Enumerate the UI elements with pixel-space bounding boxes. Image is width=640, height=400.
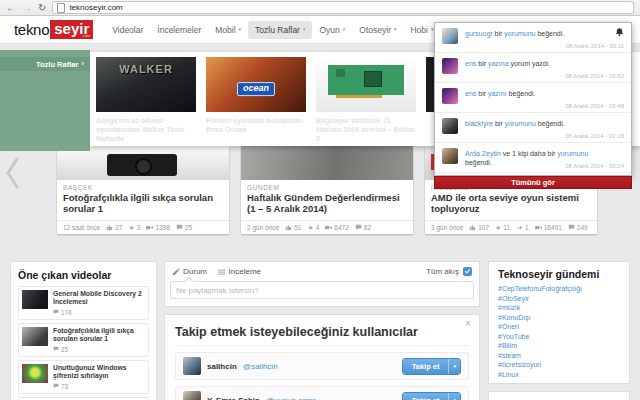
chevron-down-icon[interactable]: ▾ [448,393,460,400]
notification-user: gursuogr [465,30,493,37]
video-title[interactable]: Unuttuğunuz Windows şifrenizi sıfırlayın [53,364,145,381]
notification-user: ens [465,90,476,97]
hashtag-link[interactable]: #YouTube [498,332,620,342]
menu-article-title[interactable]: Amiga'nın az bilinen oyunlarından Walker… [96,116,196,143]
notification-item[interactable]: ens bir yazını beğendi. 08 Aralık 2014 -… [435,83,631,113]
follow-button[interactable]: Takip et ▾ [402,392,461,400]
notification-user: ens [465,60,476,67]
article-time: 2 gün önce [247,224,279,231]
notification-item[interactable]: blackfyre bir yorumunu beğendi. 08 Aralı… [435,113,631,143]
user-handle[interactable]: @yunus-emre [266,396,316,400]
nav-otoseyir[interactable]: Otoseyir▾ [352,21,403,39]
tozlu-raflar-link[interactable]: Tozlu Raflar › [0,57,90,71]
hashtag-link[interactable]: #CepTelefonuFotoğrafçılığı [498,284,620,294]
menu-article-ocean[interactable]: ocean Filmleri oyunlarla buluşturan firm… [206,57,306,134]
share-icon [516,224,523,231]
video-list-item[interactable]: Unuttuğunuz Windows şifrenizi sıfırlayın… [18,360,149,394]
suggested-user-row: Y. Emre Şahin @yunus-emre Takip et ▾ [175,386,469,400]
agenda-title: Teknoseyir gündemi [498,268,620,280]
like-icon [106,224,113,231]
url-text[interactable]: teknoseyir.com [69,4,122,12]
back-button[interactable]: ← [6,3,16,13]
tab-durum[interactable]: Durum [172,267,207,276]
avatar [442,148,458,164]
pencil-icon [172,268,180,276]
article-title[interactable]: AMD ile orta seviye oyun sistemi topluyo… [431,193,591,215]
article-time: 12 saat önce [63,224,100,231]
hashtag-link[interactable]: #Bilim [498,341,620,351]
nav-mobil[interactable]: Mobil▾ [208,21,248,39]
user-name[interactable]: salihcin [207,362,237,371]
video-title[interactable]: General Mobile Discovery 2 İncelemesi [53,290,145,307]
walker-poster: WALKER [96,57,196,112]
article-category: GÜNDEM [247,184,407,191]
notification-item[interactable]: ens bir yazına yorum yazdı. 08 Aralık 20… [435,53,631,83]
menu-article-title[interactable]: Bilgisayar tarihinde 21 Haziran 2004 dev… [316,116,416,143]
logo-sub: com [83,34,91,38]
user-handle[interactable]: @salihcin [243,362,278,371]
video-thumbnail [22,290,48,309]
avatar [442,28,458,44]
article-card[interactable]: BAŞÇEK Fotoğrafçılıkla ilgili sıkça soru… [57,146,229,234]
notification-link: yorumunu [557,150,588,157]
close-icon[interactable]: × [465,317,471,331]
video-thumbnail [22,327,48,346]
nav-incelemeler[interactable]: İncelemeler [150,21,208,39]
chevron-down-icon[interactable]: ▾ [448,359,460,374]
follow-button[interactable]: Takip et ▾ [402,358,461,375]
article-thumbnail [241,146,413,180]
logo-text-red: seyircom [50,20,93,39]
comment-icon [53,309,59,315]
forward-button[interactable]: → [22,3,32,13]
checkbox-checked-icon[interactable] [463,267,472,276]
video-title[interactable]: Fotoğrafçılıkla ilgili sıkça sorulan sor… [53,327,145,344]
notification-item[interactable]: gursuogr bir yorumunu beğendi. 08 Aralık… [435,23,631,53]
featured-videos-panel: Öne çıkan videolar General Mobile Discov… [10,261,157,400]
see-all-notifications-button[interactable]: Tümünü gör [434,176,632,189]
grid-icon: ▤ [218,268,226,276]
article-thumbnail-camera [57,146,229,180]
nav-oyun[interactable]: Oyun▾ [312,21,352,39]
suggested-user-row: salihcin @salihcin Takip et ▾ [175,352,469,380]
hashtag-link[interactable]: #Öneri [498,322,620,332]
hashtag-link[interactable]: #OtoSeyir [498,294,620,304]
notification-time: 08 Aralık 2014 - 03:52 [565,73,624,79]
comment-icon [53,383,59,389]
menu-article-walker[interactable]: WALKER Amiga'nın az bilinen oyunlarından… [96,57,196,143]
avatar [442,88,458,104]
share-input[interactable] [170,281,474,299]
avatar [183,357,201,375]
star-icon: ★ [495,224,501,231]
all-feed-toggle[interactable]: Tüm akış [426,267,472,276]
hashtag-link[interactable]: #steam [498,351,620,361]
comment-icon [53,346,59,352]
browser-window: ← → ↻ teknoseyir.com tekno seyircom Vide… [0,0,640,400]
notification-item[interactable]: Arda Zeytin ve 1 kişi daha bir yorumunu … [435,143,631,173]
menu-article-title[interactable]: Filmleri oyunlarla buluşturan firma Ocea… [206,116,306,134]
user-name[interactable]: Y. Emre Şahin [207,396,260,400]
notification-link: yazına [488,60,509,67]
article-card[interactable]: GÜNDEM Haftalık Gündem Değerlendirmesi (… [241,146,413,234]
follow-suggestions-panel: × Takip etmek isteyebileceğiniz kullanıc… [164,314,480,400]
video-list-item[interactable]: Fotoğrafçılıkla ilgili sıkça sorulan sor… [18,323,149,357]
site-logo[interactable]: tekno seyircom [14,20,93,39]
reload-button[interactable]: ↻ [38,3,46,13]
video-icon [535,224,542,231]
nav-tozlu-raflar[interactable]: Tozlu Raflar▾ [248,21,312,39]
video-icon [146,224,153,231]
video-list-item[interactable]: General Mobile Discovery 2 İncelemesi 17… [18,286,149,320]
article-meta: 3 gün önce 107 ★11 1 16491 249 [425,220,597,234]
hashtag-link[interactable]: #ücretsizoyun [498,360,620,370]
hashtag-link[interactable]: #Linux [498,370,620,380]
article-title[interactable]: Fotoğrafçılıkla ilgili sıkça sorulan sor… [63,193,223,215]
nav-videolar[interactable]: Videolar [105,21,150,39]
hashtag-link[interactable]: #müzik [498,303,620,313]
tab-inceleme[interactable]: ▤ İnceleme [218,267,261,276]
hashtag-link[interactable]: #KonuDışı [498,313,620,323]
menu-article-gpu[interactable]: Bilgisayar tarihinde 21 Haziran 2004 dev… [316,57,416,143]
address-bar[interactable]: teknoseyir.com [52,1,634,14]
carousel-prev-icon[interactable] [4,156,20,194]
chevron-down-icon: ▾ [343,27,346,32]
article-title[interactable]: Haftalık Gündem Değerlendirmesi (1 – 5 A… [247,193,407,215]
notification-time: 08 Aralık 2014 - 03:48 [565,103,624,109]
